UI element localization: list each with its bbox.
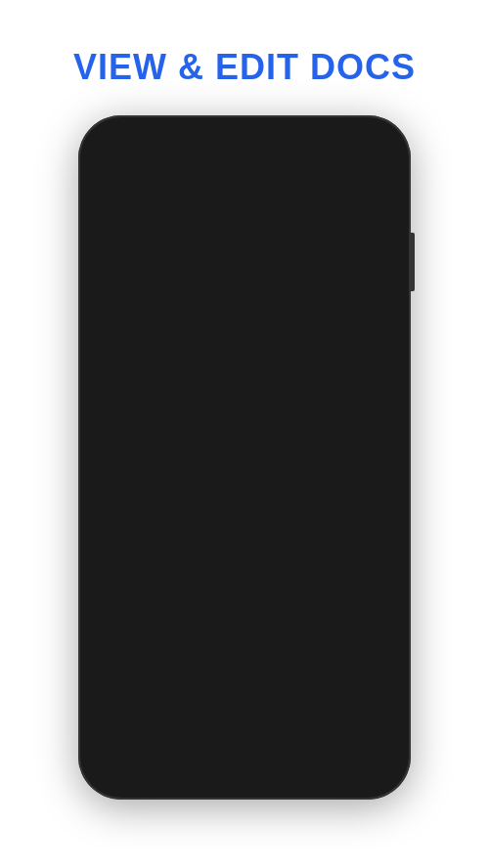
italic-style-button[interactable]: I: [129, 746, 158, 775]
pen-highlight-button[interactable]: ✏: [88, 286, 104, 316]
mention-format-button[interactable]: @: [272, 290, 295, 312]
app-header: ← Marketing.docx ↩ ↪ ⋮: [88, 131, 401, 175]
align-left-icon[interactable]: ≡: [188, 639, 214, 667]
menu-button[interactable]: ⋮: [372, 144, 387, 162]
toolbar-row-4: B I A › ✏ ›: [88, 741, 401, 784]
color-picker-row: [88, 253, 401, 281]
paragraph-icon[interactable]: ¶: [278, 639, 304, 667]
undo-button[interactable]: ↩: [323, 144, 335, 162]
toolbar-row-3: Sans Serif › − 13 +: [88, 706, 401, 741]
color-swatch-green[interactable]: [109, 253, 136, 281]
color-swatch-orange[interactable]: [348, 253, 376, 281]
image-icon[interactable]: 🖼: [337, 639, 364, 667]
align-center-icon[interactable]: ≡: [217, 639, 244, 667]
font-size-decrease-button[interactable]: −: [295, 710, 323, 737]
font-chevron-icon: ›: [278, 716, 282, 731]
doc-heading: Digital Marketing: [106, 191, 383, 210]
phone-mockup: ← Marketing.docx ↩ ↪ ⋮ Digital Marketing…: [78, 115, 411, 800]
underline-style-button[interactable]: A: [162, 746, 192, 775]
color-chevron-icon: ›: [289, 754, 293, 767]
document-title: Marketing.docx: [129, 145, 313, 161]
color-swatch-brown[interactable]: [143, 253, 170, 281]
font-size-increase-button[interactable]: +: [366, 710, 393, 737]
document-area[interactable]: Digital Marketing Digital marketing is t…: [88, 175, 401, 632]
code-format-button[interactable]: </>: [193, 291, 225, 311]
h2-button[interactable]: H2: [138, 677, 176, 702]
strikethrough-format-button[interactable]: S: [164, 290, 183, 312]
redo-button[interactable]: ↪: [347, 144, 360, 162]
color-swatch-lavender[interactable]: [382, 253, 401, 281]
color-swatch-pink[interactable]: [211, 253, 239, 281]
link-format-button[interactable]: 🔗: [235, 290, 262, 313]
back-button[interactable]: ←: [102, 143, 119, 163]
emoji-icon[interactable]: ☺: [367, 639, 393, 667]
no-color-swatch[interactable]: [88, 253, 102, 281]
floating-toolbar: ✏ B I S </> 🔗 @ Define: [88, 245, 401, 324]
text-style-icon[interactable]: T▾: [157, 639, 184, 667]
pen-icon: ✏: [370, 752, 382, 770]
svg-line-0: [88, 261, 94, 273]
doc-body-2: marketing, and email ma Havstrong digita…: [106, 356, 383, 452]
define-button[interactable]: Define: [376, 293, 401, 309]
bold-format-button[interactable]: B: [113, 290, 133, 312]
color-swatch-purple[interactable]: [177, 253, 204, 281]
bottom-toolbar: + H▾ T▾ ≡ ≡ ☰ ¶ 🔗 🖼 ☺ H1 H2 H3 Normal Te…: [88, 632, 401, 784]
link-icon[interactable]: 🔗: [307, 639, 333, 667]
color-swatch-teal[interactable]: [314, 253, 341, 281]
highlight-pen-button[interactable]: ✏ ›: [362, 745, 393, 776]
format-button-row: ✏ B I S </> 🔗 @ Define: [88, 286, 401, 316]
heading-icon[interactable]: H▾: [128, 639, 155, 667]
italic-format-button[interactable]: I: [143, 290, 155, 312]
header-icons: ↩ ↪ ⋮: [323, 144, 387, 162]
page-title: VIEW & EDIT DOCS: [73, 47, 416, 88]
add-element-button[interactable]: +: [96, 640, 120, 666]
h3-button[interactable]: H3: [179, 677, 217, 702]
font-name: Sans Serif: [106, 716, 164, 731]
phone-screen: ← Marketing.docx ↩ ↪ ⋮ Digital Marketing…: [88, 131, 401, 784]
toolbar-row-2: H1 H2 H3 Normal Text: [88, 673, 401, 706]
doc-text-normal: act of: [240, 222, 271, 237]
pen-chevron-icon: ›: [382, 754, 386, 767]
color-swatch-dark-purple[interactable]: [280, 253, 307, 281]
toolbar-row-1: + H▾ T▾ ≡ ≡ ☰ ¶ 🔗 🖼 ☺: [88, 633, 401, 673]
text-color-button[interactable]: [260, 748, 286, 773]
font-size-value: 13: [327, 713, 362, 735]
list-icon[interactable]: ☰: [247, 639, 274, 667]
normal-text-button[interactable]: Normal Text: [221, 677, 315, 702]
h1-button[interactable]: H1: [96, 677, 134, 702]
selected-text: Digital marketing is the: [106, 221, 237, 238]
bold-style-button[interactable]: B: [96, 746, 125, 775]
color-swatch-blue[interactable]: [245, 253, 273, 281]
font-selector[interactable]: Sans Serif ›: [96, 712, 291, 736]
